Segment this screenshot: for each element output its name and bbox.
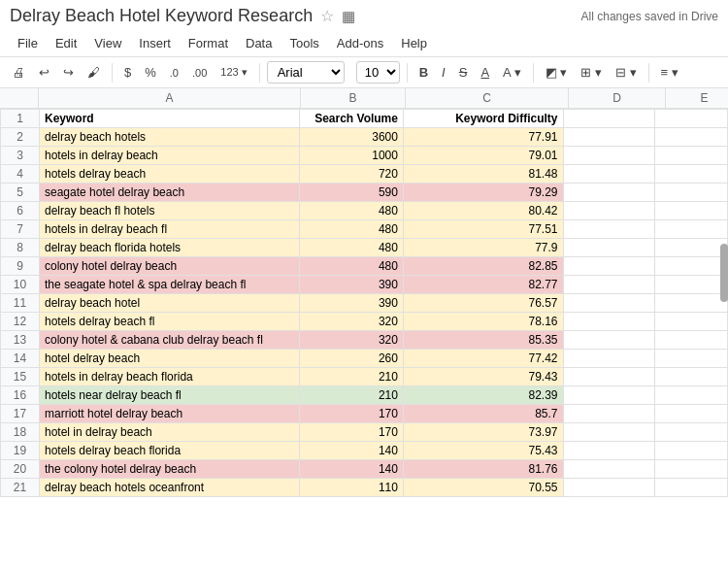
cell-difficulty[interactable]: 77.42 xyxy=(403,350,563,368)
menu-item-insert[interactable]: Insert xyxy=(131,32,179,54)
menu-item-tools[interactable]: Tools xyxy=(281,32,326,54)
cell-volume[interactable]: 110 xyxy=(299,479,403,497)
cell-volume[interactable]: 260 xyxy=(299,350,403,368)
strikethrough-button[interactable]: S xyxy=(454,62,473,83)
cell-e[interactable] xyxy=(654,202,727,220)
cell-volume[interactable]: 480 xyxy=(299,202,403,220)
cell-e[interactable] xyxy=(654,184,727,202)
underline-button[interactable]: A xyxy=(476,62,494,83)
menu-item-format[interactable]: Format xyxy=(181,32,236,54)
cell-d[interactable] xyxy=(563,386,654,405)
scrollbar[interactable] xyxy=(720,244,728,302)
cell-keyword[interactable]: delray beach hotel xyxy=(40,294,300,313)
cell-d[interactable] xyxy=(563,184,654,202)
cell-keyword[interactable]: hotel in delray beach xyxy=(40,423,300,442)
fill-color-button[interactable]: ◩ ▾ xyxy=(541,62,573,83)
cell-e[interactable] xyxy=(654,294,727,313)
cell-keyword[interactable]: hotels delray beach xyxy=(40,165,300,184)
cell-e[interactable] xyxy=(654,331,727,350)
cell-d[interactable] xyxy=(563,405,654,423)
cell-volume[interactable]: 3600 xyxy=(299,128,403,147)
cell-d[interactable] xyxy=(563,110,654,128)
cell-d[interactable] xyxy=(563,350,654,368)
cell-e[interactable] xyxy=(654,128,727,147)
cell-volume[interactable]: 1000 xyxy=(299,147,403,165)
cell-d[interactable] xyxy=(563,276,654,294)
cell-e[interactable] xyxy=(654,460,727,479)
cell-keyword[interactable]: hotels delray beach fl xyxy=(40,313,300,331)
redo-button[interactable]: ↪ xyxy=(58,62,79,83)
cell-difficulty[interactable]: 82.77 xyxy=(403,276,563,294)
cell-e[interactable] xyxy=(654,405,727,423)
paint-format-button[interactable]: 🖌 xyxy=(83,62,105,83)
cell-e[interactable] xyxy=(654,110,727,128)
cell-d[interactable] xyxy=(563,479,654,497)
cell-volume[interactable]: 590 xyxy=(299,184,403,202)
cell-difficulty[interactable]: 77.91 xyxy=(403,128,563,147)
font-selector[interactable]: Arial xyxy=(267,61,345,84)
cell-d[interactable] xyxy=(563,313,654,331)
cell-volume[interactable]: 480 xyxy=(299,239,403,257)
scroll-area[interactable]: 1KeywordSearch VolumeKeyword Difficulty2… xyxy=(0,109,728,497)
menu-item-help[interactable]: Help xyxy=(393,32,435,54)
cell-keyword[interactable]: colony hotel delray beach xyxy=(40,257,300,276)
cell-d[interactable] xyxy=(563,128,654,147)
borders-button[interactable]: ⊞ ▾ xyxy=(576,62,607,83)
cell-difficulty[interactable]: 85.35 xyxy=(403,331,563,350)
italic-button[interactable]: I xyxy=(437,62,450,83)
cell-keyword[interactable]: Keyword xyxy=(40,110,300,128)
cell-keyword[interactable]: delray beach fl hotels xyxy=(40,202,300,220)
bold-button[interactable]: B xyxy=(414,62,433,83)
cell-e[interactable] xyxy=(654,479,727,497)
cell-d[interactable] xyxy=(563,220,654,239)
col-header-d[interactable]: D xyxy=(569,88,666,108)
cell-keyword[interactable]: delray beach hotels xyxy=(40,128,300,147)
menu-item-add-ons[interactable]: Add-ons xyxy=(329,32,391,54)
cell-difficulty[interactable]: 80.42 xyxy=(403,202,563,220)
cell-keyword[interactable]: hotel delray beach xyxy=(40,350,300,368)
cell-volume[interactable]: 140 xyxy=(299,460,403,479)
cell-e[interactable] xyxy=(654,423,727,442)
cell-e[interactable] xyxy=(654,220,727,239)
cell-volume[interactable]: 210 xyxy=(299,386,403,405)
cell-e[interactable] xyxy=(654,442,727,460)
cell-volume[interactable]: 170 xyxy=(299,423,403,442)
merge-button[interactable]: ⊟ ▾ xyxy=(611,62,642,83)
menu-item-edit[interactable]: Edit xyxy=(48,32,84,54)
cell-difficulty[interactable]: 79.01 xyxy=(403,147,563,165)
cell-difficulty[interactable]: Keyword Difficulty xyxy=(403,110,563,128)
cell-volume[interactable]: 140 xyxy=(299,442,403,460)
cell-e[interactable] xyxy=(654,386,727,405)
currency-button[interactable]: $ xyxy=(119,62,136,83)
text-color-button[interactable]: A ▾ xyxy=(498,62,526,83)
cell-volume[interactable]: 480 xyxy=(299,257,403,276)
decimal-decrease-button[interactable]: .0 xyxy=(165,64,183,82)
cell-keyword[interactable]: the colony hotel delray beach xyxy=(40,460,300,479)
cell-d[interactable] xyxy=(563,165,654,184)
font-size-selector[interactable]: 10 xyxy=(356,61,400,84)
cell-keyword[interactable]: colony hotel & cabana club delray beach … xyxy=(40,331,300,350)
cell-difficulty[interactable]: 73.97 xyxy=(403,423,563,442)
cell-volume[interactable]: 320 xyxy=(299,331,403,350)
cell-e[interactable] xyxy=(654,239,727,257)
cell-difficulty[interactable]: 81.48 xyxy=(403,165,563,184)
cell-difficulty[interactable]: 77.51 xyxy=(403,220,563,239)
col-header-a[interactable]: A xyxy=(39,88,301,108)
cell-volume[interactable]: 390 xyxy=(299,276,403,294)
cell-keyword[interactable]: hotels in delray beach xyxy=(40,147,300,165)
cell-e[interactable] xyxy=(654,313,727,331)
cell-volume[interactable]: 390 xyxy=(299,294,403,313)
cell-difficulty[interactable]: 76.57 xyxy=(403,294,563,313)
cell-d[interactable] xyxy=(563,368,654,386)
cell-difficulty[interactable]: 70.55 xyxy=(403,479,563,497)
cell-difficulty[interactable]: 81.76 xyxy=(403,460,563,479)
cell-d[interactable] xyxy=(563,257,654,276)
cell-difficulty[interactable]: 77.9 xyxy=(403,239,563,257)
cell-volume[interactable]: 210 xyxy=(299,368,403,386)
col-header-e[interactable]: E xyxy=(666,88,728,108)
folder-icon[interactable]: ▦ xyxy=(342,8,355,25)
star-icon[interactable]: ☆ xyxy=(320,7,334,25)
cell-d[interactable] xyxy=(563,202,654,220)
cell-difficulty[interactable]: 78.16 xyxy=(403,313,563,331)
cell-e[interactable] xyxy=(654,368,727,386)
